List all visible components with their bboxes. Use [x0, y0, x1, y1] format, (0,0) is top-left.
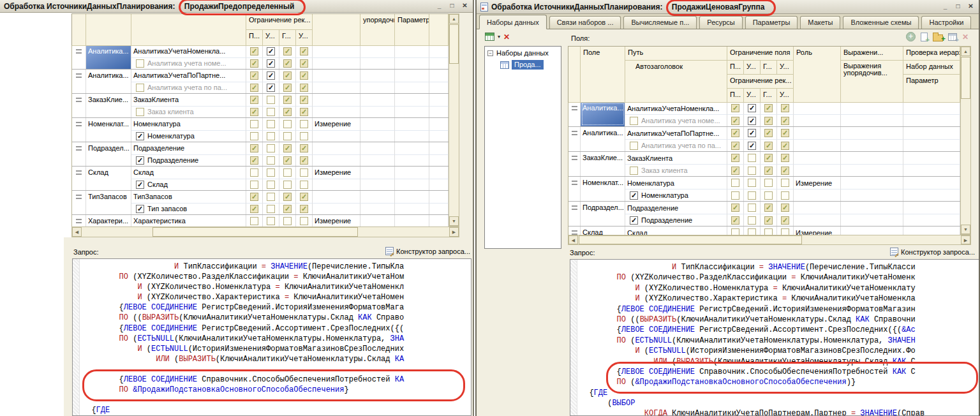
checkbox[interactable] [283, 120, 292, 128]
checkbox[interactable]: ✓ [283, 144, 292, 152]
checkbox[interactable] [250, 168, 258, 177]
field-name-cell[interactable]: Склад [581, 227, 625, 235]
tab-7[interactable]: Настройки [921, 16, 971, 29]
checkbox[interactable]: ✓ [748, 117, 756, 125]
checkbox[interactable] [781, 191, 789, 200]
checkbox[interactable] [267, 120, 275, 128]
checkbox[interactable] [267, 108, 275, 116]
field-group-row[interactable]: ЗаказКлие...ЗаказКлиента✓✓✓Заказ клиента… [72, 94, 449, 118]
scroll-thumb[interactable] [961, 57, 970, 99]
checkbox[interactable]: ✓ [781, 117, 789, 125]
scroll-thumb[interactable] [449, 24, 459, 64]
checkbox[interactable]: ✓ [300, 47, 308, 56]
checkbox[interactable] [283, 132, 292, 140]
scroll-down-icon[interactable]: ▼ [449, 216, 459, 226]
checkbox[interactable] [630, 167, 638, 175]
field-name-cell[interactable]: ЗаказКлие... [581, 152, 625, 176]
checkbox[interactable]: ✓ [300, 144, 308, 152]
checkbox[interactable]: ✓ [300, 108, 308, 116]
checkbox[interactable]: ✓ [250, 84, 258, 92]
right-table-hscrollbar[interactable]: ◀ ▶ [568, 235, 971, 245]
field-group-row[interactable]: ЗаказКлие...ЗаказКлиента✓✓✓Заказ клиента… [568, 152, 960, 177]
field-group-row[interactable]: СкладСкладИзмерение✓Склад [568, 227, 960, 235]
field-name-cell[interactable]: Номенклат... [581, 177, 625, 201]
checkbox[interactable] [731, 179, 739, 187]
checkbox[interactable] [748, 154, 756, 162]
checkbox[interactable]: ✓ [283, 193, 292, 201]
row-grip-icon[interactable] [572, 230, 577, 235]
checkbox[interactable]: ✓ [781, 154, 789, 162]
scroll-left-icon[interactable]: ◀ [568, 235, 578, 244]
checkbox[interactable]: ✓ [781, 104, 789, 112]
row-grip-icon[interactable] [76, 219, 82, 223]
checkbox[interactable] [748, 167, 756, 175]
checkbox[interactable]: ✓ [267, 59, 275, 68]
field-name-cell[interactable]: Склад [86, 167, 131, 190]
checkbox[interactable] [300, 181, 308, 189]
delete-dataset-icon[interactable]: ✕ [503, 33, 510, 41]
checkbox[interactable]: ✓ [731, 154, 739, 162]
checkbox[interactable]: ✓ [283, 59, 292, 68]
checkbox[interactable] [267, 156, 275, 165]
checkbox[interactable] [748, 228, 756, 235]
checkbox[interactable] [731, 191, 739, 200]
scroll-down-icon[interactable]: ▼ [961, 225, 970, 234]
maximize-button[interactable]: □ [447, 1, 457, 11]
field-name-cell[interactable]: Подраздел... [581, 202, 625, 226]
minimize-button[interactable]: _ [434, 1, 445, 11]
add-description-icon[interactable] [921, 33, 928, 41]
row-grip-icon[interactable] [76, 146, 82, 151]
row-grip-icon[interactable] [76, 122, 82, 126]
checkbox[interactable]: ✓ [731, 142, 739, 150]
checkbox[interactable]: ✓ [267, 84, 275, 92]
maximize-button[interactable]: □ [953, 2, 963, 11]
checkbox[interactable]: ✓ [250, 193, 258, 201]
checkbox[interactable] [267, 144, 275, 152]
checkbox[interactable] [748, 191, 756, 200]
close-button[interactable]: ✕ [965, 2, 976, 11]
field-name-cell[interactable]: Аналитика... [581, 102, 625, 126]
field-group-row[interactable]: Номенклат...НоменклатураИзмерение✓Номенк… [568, 177, 960, 202]
checkbox[interactable]: ✓ [136, 205, 144, 213]
row-grip-icon[interactable] [572, 131, 577, 135]
checkbox[interactable]: ✓ [300, 193, 308, 201]
row-grip-icon[interactable] [76, 170, 82, 175]
delete-field-icon[interactable]: ✕ [962, 33, 969, 41]
field-group-row[interactable]: Аналитика...АналитикаУчетаПоПартне...✓✓✓… [72, 70, 449, 94]
checkbox[interactable]: ✓ [764, 154, 773, 162]
checkbox[interactable] [283, 217, 292, 225]
checkbox[interactable]: ✓ [781, 167, 789, 175]
checkbox[interactable] [267, 205, 275, 213]
scroll-left-icon[interactable]: ◀ [72, 227, 82, 237]
checkbox[interactable] [250, 217, 258, 225]
checkbox[interactable]: ✓ [781, 204, 789, 212]
checkbox[interactable]: ✓ [300, 205, 308, 213]
checkbox[interactable]: ✓ [630, 191, 638, 200]
checkbox[interactable] [300, 120, 308, 128]
checkbox[interactable] [764, 191, 773, 200]
checkbox[interactable]: ✓ [267, 71, 275, 80]
field-group-row[interactable]: Аналитика...АналитикаУчетаПоПартне...✓✓✓… [568, 127, 960, 152]
checkbox[interactable]: ✓ [283, 108, 292, 116]
checkbox[interactable]: ✓ [731, 204, 739, 212]
checkbox[interactable]: ✓ [731, 167, 739, 175]
checkbox[interactable]: ✓ [136, 181, 144, 189]
checkbox[interactable]: ✓ [300, 71, 308, 80]
checkbox[interactable]: ✓ [731, 104, 739, 112]
checkbox[interactable]: ✓ [250, 59, 258, 68]
checkbox[interactable]: ✓ [300, 59, 308, 68]
checkbox[interactable] [300, 217, 308, 225]
checkbox[interactable] [630, 117, 638, 125]
row-grip-icon[interactable] [572, 156, 577, 160]
checkbox[interactable]: ✓ [300, 156, 308, 165]
add-folder-icon[interactable] [933, 34, 943, 41]
checkbox[interactable]: ✓ [250, 71, 258, 80]
checkbox[interactable] [267, 217, 275, 225]
query-constructor-link[interactable]: Конструктор запроса... [385, 247, 470, 255]
checkbox[interactable]: ✓ [764, 142, 773, 150]
checkbox[interactable] [250, 132, 258, 140]
checkbox[interactable]: ✓ [136, 156, 144, 165]
close-button[interactable]: ✕ [459, 1, 470, 11]
add-dataset-icon[interactable] [485, 33, 494, 41]
tab-3[interactable]: Ресурсы [699, 16, 742, 29]
